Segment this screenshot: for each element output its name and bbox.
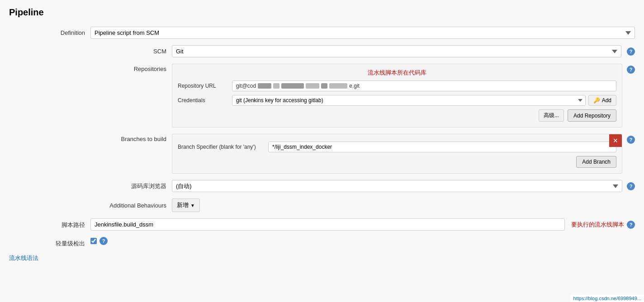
pipeline-syntax-link[interactable]: 流水线语法 bbox=[9, 255, 38, 261]
additional-behaviours-field-label: Additional Behaviours bbox=[90, 202, 172, 209]
url-redacted-4 bbox=[306, 83, 319, 89]
url-redacted-5 bbox=[321, 83, 327, 89]
lightweight-checkout-row: 轻量级检出 ? bbox=[9, 237, 635, 248]
repositories-help-icon[interactable]: ? bbox=[627, 66, 635, 74]
key-icon: 🔑 bbox=[593, 97, 600, 104]
pipeline-syntax-row: 流水线语法 bbox=[9, 254, 635, 262]
advanced-button[interactable]: 高级... bbox=[539, 109, 564, 122]
repositories-control: Repositories 流水线脚本所在代码库 Repository URL g… bbox=[90, 64, 635, 127]
lightweight-checkout-help-icon[interactable]: ? bbox=[99, 237, 108, 245]
add-branch-button[interactable]: Add Branch bbox=[576, 156, 616, 168]
repositories-section: 流水线脚本所在代码库 Repository URL git@cod bbox=[172, 64, 622, 127]
branch-specifier-label: Branch Specifier (blank for 'any') bbox=[178, 144, 268, 150]
scm-help-icon[interactable]: ? bbox=[627, 47, 635, 56]
credentials-row: Credentials git (Jenkins key for accessi… bbox=[178, 95, 616, 106]
definition-label: Definition bbox=[9, 27, 90, 36]
repositories-row: Repositories 流水线脚本所在代码库 Repository URL g… bbox=[9, 64, 635, 127]
scm-row: SCM Git ? bbox=[9, 45, 635, 57]
dropdown-arrow-icon: ▼ bbox=[190, 203, 195, 208]
source-browser-row: 源码库浏览器 (自动) ? bbox=[9, 180, 635, 192]
repositories-field-label: Repositories bbox=[90, 64, 172, 72]
url-redacted-3 bbox=[281, 83, 304, 89]
definition-row: Definition Pipeline script from SCM bbox=[9, 27, 635, 39]
repo-url-prefix: git@cod bbox=[236, 83, 256, 89]
additional-behaviours-label bbox=[9, 198, 90, 201]
url-redacted-1 bbox=[258, 83, 271, 89]
repo-url-row: Repository URL git@cod e.git bbox=[178, 80, 616, 91]
credentials-label: Credentials bbox=[178, 97, 232, 104]
add-new-behaviour-button[interactable]: 新增 ▼ bbox=[172, 198, 200, 212]
repo-url-display: git@cod e.git bbox=[232, 80, 616, 91]
lightweight-checkout-label: 轻量级检出 bbox=[9, 237, 90, 248]
repo-buttons: 高级... Add Repository bbox=[178, 109, 616, 122]
script-path-label: 脚本路径 bbox=[9, 218, 90, 229]
definition-select[interactable]: Pipeline script from SCM bbox=[90, 27, 635, 39]
script-path-help-icon[interactable]: ? bbox=[627, 221, 635, 229]
source-browser-help-icon[interactable]: ? bbox=[627, 182, 635, 190]
page-title: Pipeline bbox=[9, 7, 635, 18]
lightweight-checkout-checkbox[interactable] bbox=[90, 238, 97, 244]
script-path-input[interactable] bbox=[90, 218, 565, 231]
script-path-row: 脚本路径 要执行的流水线脚本 ? bbox=[9, 218, 635, 231]
scm-control: SCM Git ? bbox=[90, 45, 635, 57]
script-annotation: 要执行的流水线脚本 bbox=[571, 221, 624, 229]
branches-row: Branches to build ✕ Branch Specifier (bl… bbox=[9, 134, 635, 174]
lightweight-checkout-control: ? bbox=[90, 237, 635, 245]
branch-specifier-row: Branch Specifier (blank for 'any') bbox=[178, 142, 616, 152]
add-label: Add bbox=[602, 97, 611, 104]
script-path-control: 要执行的流水线脚本 ? bbox=[90, 218, 635, 231]
source-browser-select[interactable]: (自动) bbox=[172, 180, 622, 192]
url-redacted-6 bbox=[329, 83, 347, 89]
repo-annotation: 流水线脚本所在代码库 bbox=[178, 69, 616, 77]
source-browser-control: 源码库浏览器 (自动) ? bbox=[90, 180, 635, 192]
repo-url-suffix: e.git bbox=[349, 83, 360, 89]
scm-label bbox=[9, 45, 90, 48]
credentials-select[interactable]: git (Jenkins key for accessing gitlab) bbox=[232, 95, 586, 106]
branches-label bbox=[9, 134, 90, 137]
add-credentials-button[interactable]: 🔑 Add bbox=[588, 95, 616, 106]
branch-specifier-input[interactable] bbox=[268, 142, 616, 152]
url-redacted-2 bbox=[273, 83, 279, 89]
repositories-label bbox=[9, 64, 90, 66]
add-repository-button[interactable]: Add Repository bbox=[568, 109, 616, 122]
branches-section: ✕ Branch Specifier (blank for 'any') Add… bbox=[172, 134, 622, 174]
branches-help-icon[interactable]: ? bbox=[627, 136, 635, 144]
scm-select[interactable]: Git bbox=[172, 45, 621, 57]
branches-field-label: Branches to build bbox=[90, 134, 172, 142]
branches-control: Branches to build ✕ Branch Specifier (bl… bbox=[90, 134, 635, 174]
add-new-label: 新增 bbox=[177, 201, 189, 209]
additional-behaviours-row: Additional Behaviours 新增 ▼ bbox=[9, 198, 635, 212]
delete-branch-button[interactable]: ✕ bbox=[609, 134, 622, 147]
additional-behaviours-control: Additional Behaviours 新增 ▼ bbox=[90, 198, 635, 212]
source-browser-label bbox=[9, 180, 90, 183]
definition-control: Pipeline script from SCM bbox=[90, 27, 635, 39]
repo-url-label: Repository URL bbox=[178, 83, 232, 89]
source-browser-field-label: 源码库浏览器 bbox=[90, 182, 172, 190]
scm-field-label: SCM bbox=[90, 48, 172, 55]
